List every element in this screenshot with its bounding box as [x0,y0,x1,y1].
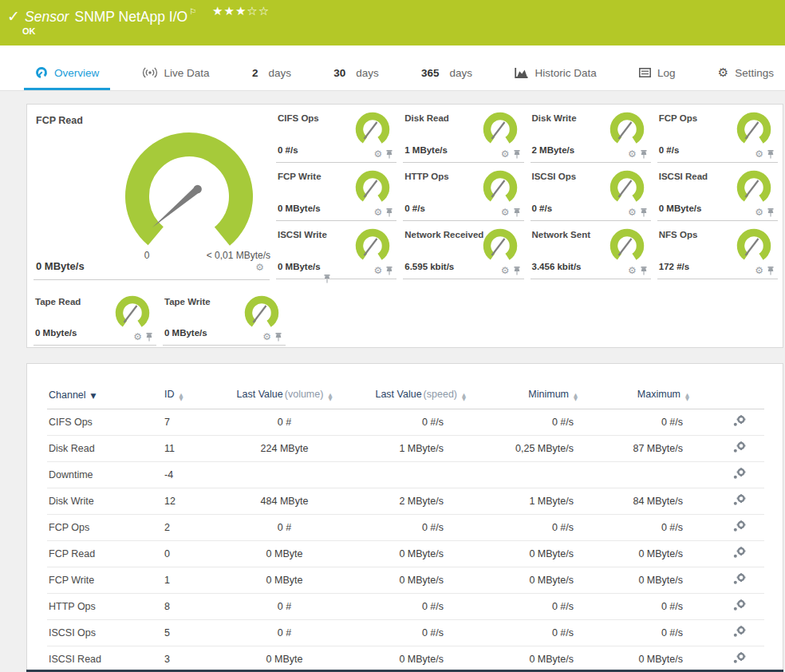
gauge-max-label: < 0,01 MByte/s [191,250,270,261]
gear-icon[interactable]: ⚙ [755,208,763,217]
table-row: FCP Read 0 0 MByte 0 MByte/s 0 MByte/s 0… [47,541,764,567]
gauge-value: 0 MByte/s [36,260,85,272]
primary-gauge-card[interactable]: FCP Read 0 < 0,01 MByte/s 0 MByte/s ⚙ [27,105,274,282]
column-header-channel[interactable]: Channel▼ [47,381,155,409]
gear-icon[interactable]: ⚙ [501,149,510,159]
tab-30-days[interactable]: 30 days [322,57,390,90]
tab-overview[interactable]: Overview [24,57,110,90]
tab-historic-data[interactable]: Historic Data [503,57,607,90]
mini-gauge-card[interactable]: FCP Ops 0 #/s ⚙ [657,105,778,163]
stars-filled[interactable]: ★★★ [212,4,247,18]
pin-icon[interactable] [640,150,648,159]
pin-icon[interactable] [767,267,775,275]
cell-volume: 0 # [215,409,354,436]
gear-icon[interactable]: ⚙ [262,332,271,342]
column-header-last-value-speed[interactable]: Last Value(speed)▲▼ [354,381,482,409]
mini-gauge-card[interactable]: Tape Write 0 MByte/s ⚙ [163,288,286,346]
mini-gauge-card[interactable]: ISCSI Read 0 MByte/s ⚙ [657,163,778,221]
channel-settings-icon[interactable] [732,415,746,427]
channel-settings-icon[interactable] [732,494,746,506]
gear-icon[interactable]: ⚙ [501,266,510,275]
pin-icon[interactable] [513,150,521,159]
column-header-maximum[interactable]: Maximum▲▼ [602,381,713,409]
channel-table: Channel▼ ID▲▼ Last Value(volume)▲▼ Last … [47,381,764,672]
cell-volume: 484 MByte [215,488,354,515]
channel-settings-icon[interactable] [732,441,746,453]
channel-settings-icon[interactable] [732,652,746,664]
pin-icon[interactable] [513,267,521,275]
gear-icon[interactable]: ⚙ [255,263,264,272]
live-broadcast-icon [142,67,158,78]
priority-flag-icon[interactable]: ⚐ [189,7,196,16]
mini-gauge-card[interactable]: HTTP Ops 0 #/s ⚙ [403,163,523,221]
column-header-last-value-volume[interactable]: Last Value(volume)▲▼ [215,381,354,409]
pin-icon[interactable] [640,208,648,217]
gear-icon[interactable]: ⚙ [373,266,382,275]
cell-volume: 0 # [215,594,354,620]
mini-gauge-card[interactable]: FCP Write 0 MByte/s ⚙ [276,163,396,221]
sort-icon: ▲▼ [328,393,332,401]
gauge-title: Disk Write [532,113,577,123]
tab-365-days[interactable]: 365 days [410,57,483,90]
channel-settings-icon[interactable] [732,520,746,532]
table-row: FCP Ops 2 0 # 0 #/s 0 #/s 0 #/s [47,515,764,541]
gear-icon[interactable]: ⚙ [628,149,637,159]
gear-icon[interactable]: ⚙ [373,208,382,217]
tab-2-days[interactable]: 2 days [241,57,302,90]
pin-icon[interactable] [767,208,775,217]
gauge-title: ISCSI Write [278,230,327,239]
pin-icon[interactable] [385,150,393,159]
mini-gauge-card[interactable]: Network Received 6.595 kbit/s ⚙ [403,221,523,279]
pin-icon[interactable] [385,208,393,217]
pin-icon[interactable] [513,208,521,217]
tab-number: 30 [333,67,345,79]
channel-settings-icon[interactable] [732,599,746,611]
channel-settings-icon[interactable] [732,547,746,559]
gear-icon[interactable]: ⚙ [628,266,637,275]
channel-settings-icon[interactable] [732,573,746,585]
pin-icon[interactable] [145,333,153,342]
mini-gauge-card[interactable]: Disk Read 1 MByte/s ⚙ [403,105,523,163]
channel-settings-icon[interactable] [732,468,746,480]
stars-empty[interactable]: ☆☆ [247,4,270,18]
pin-icon[interactable] [767,150,775,159]
channel-settings-icon[interactable] [732,626,746,638]
gear-icon[interactable]: ⚙ [501,208,510,217]
mini-gauge-card[interactable]: NFS Ops 172 #/s ⚙ [657,221,778,279]
priority-stars[interactable]: ★★★☆☆ [212,4,270,18]
gauge-value: 0 MByte/s [164,328,207,338]
gauge-value: 6.595 kbit/s [404,262,454,271]
gear-icon[interactable]: ⚙ [755,266,763,275]
tab-live-data[interactable]: Live Data [131,57,221,90]
gear-icon[interactable]: ⚙ [628,208,637,217]
tab-log[interactable]: Log [628,57,687,90]
gear-icon[interactable]: ⚙ [373,149,382,159]
tab-settings[interactable]: ⚙ Settings [707,57,785,90]
gauge-value: 1 MByte/s [404,145,448,155]
sort-icon: ▲▼ [574,393,578,401]
cell-volume: 0 # [215,515,354,541]
mini-gauge-card[interactable]: ISCSI Write 0 MByte/s ⚙ [276,221,396,279]
cell-volume: 0 MByte [215,541,354,567]
pin-icon[interactable] [385,267,393,275]
column-header-minimum[interactable]: Minimum▲▼ [482,381,602,409]
mini-gauge-card[interactable]: CIFS Ops 0 #/s ⚙ [276,105,396,163]
gauge-value: 0 #/s [659,145,680,155]
column-header-id[interactable]: ID▲▼ [155,381,215,409]
gauge-title: CIFS Ops [278,113,319,123]
gear-icon[interactable]: ⚙ [755,149,763,159]
mini-gauge-card[interactable]: Disk Write 2 MByte/s ⚙ [531,105,651,163]
cell-speed [354,462,482,488]
gear-icon[interactable]: ⚙ [133,332,142,342]
mini-gauge-card[interactable]: Network Sent 3.456 kbit/s ⚙ [531,221,651,279]
cell-channel: Disk Read [47,436,155,462]
cell-speed: 1 MByte/s [354,436,482,462]
pin-icon[interactable] [274,333,282,342]
gauge-title: Tape Read [35,297,81,306]
mini-gauge-card[interactable]: ISCSI Ops 0 #/s ⚙ [531,163,651,221]
cell-channel: CIFS Ops [47,409,155,436]
gauge-title: HTTP Ops [404,172,448,181]
gauge-title: Disk Read [404,113,449,123]
pin-icon[interactable] [640,267,648,275]
mini-gauge-card[interactable]: Tape Read 0 Mbyte/s ⚙ [34,288,156,346]
